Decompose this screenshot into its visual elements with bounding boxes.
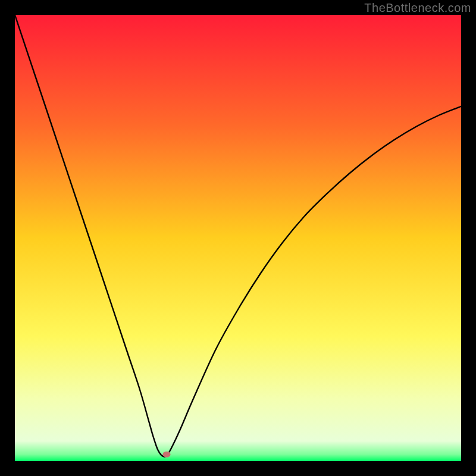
- chart-svg: [15, 15, 461, 461]
- chart-frame: TheBottleneck.com: [0, 0, 476, 476]
- plot-area: [15, 15, 461, 461]
- valley-marker: [163, 452, 171, 458]
- gradient-background: [15, 15, 461, 461]
- watermark-text: TheBottleneck.com: [364, 1, 471, 15]
